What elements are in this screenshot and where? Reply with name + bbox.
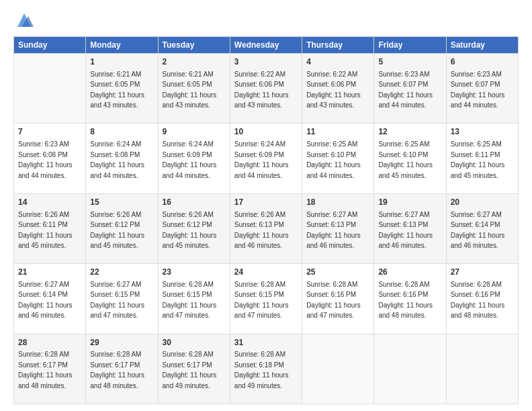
day-number: 27 <box>451 267 514 278</box>
day-info: Sunrise: 6:27 AM Sunset: 6:13 PM Dayligh… <box>378 211 433 250</box>
day-number: 5 <box>378 56 441 68</box>
day-number: 25 <box>306 267 369 278</box>
day-number: 22 <box>90 267 153 278</box>
day-info: Sunrise: 6:25 AM Sunset: 6:11 PM Dayligh… <box>451 140 505 179</box>
calendar-cell: 3Sunrise: 6:22 AM Sunset: 6:06 PM Daylig… <box>230 54 302 124</box>
calendar-cell: 14Sunrise: 6:26 AM Sunset: 6:11 PM Dayli… <box>14 193 86 263</box>
day-info: Sunrise: 6:28 AM Sunset: 6:16 PM Dayligh… <box>378 281 433 320</box>
day-info: Sunrise: 6:25 AM Sunset: 6:10 PM Dayligh… <box>306 140 361 179</box>
logo-icon <box>15 11 34 30</box>
calendar-cell: 6Sunrise: 6:23 AM Sunset: 6:07 PM Daylig… <box>446 54 518 124</box>
day-number: 15 <box>90 197 153 208</box>
day-info: Sunrise: 6:27 AM Sunset: 6:14 PM Dayligh… <box>451 211 505 250</box>
day-info: Sunrise: 6:26 AM Sunset: 6:11 PM Dayligh… <box>18 211 73 250</box>
calendar-cell: 1Sunrise: 6:21 AM Sunset: 6:05 PM Daylig… <box>86 54 158 124</box>
calendar-cell: 16Sunrise: 6:26 AM Sunset: 6:12 PM Dayli… <box>158 193 230 263</box>
calendar-cell: 31Sunrise: 6:28 AM Sunset: 6:18 PM Dayli… <box>230 334 302 404</box>
day-info: Sunrise: 6:26 AM Sunset: 6:12 PM Dayligh… <box>90 211 144 250</box>
day-number: 4 <box>306 56 369 68</box>
day-number: 31 <box>234 337 298 349</box>
page: SundayMondayTuesdayWednesdayThursdayFrid… <box>0 0 532 411</box>
calendar-cell <box>14 54 86 124</box>
calendar-cell: 9Sunrise: 6:24 AM Sunset: 6:09 PM Daylig… <box>158 124 230 193</box>
day-info: Sunrise: 6:23 AM Sunset: 6:07 PM Dayligh… <box>451 71 505 109</box>
calendar-cell: 28Sunrise: 6:28 AM Sunset: 6:17 PM Dayli… <box>14 334 86 404</box>
day-number: 14 <box>18 197 81 208</box>
col-header-friday: Friday <box>374 37 446 54</box>
day-info: Sunrise: 6:24 AM Sunset: 6:08 PM Dayligh… <box>90 140 144 179</box>
col-header-saturday: Saturday <box>446 37 518 54</box>
day-number: 20 <box>451 197 514 208</box>
day-info: Sunrise: 6:27 AM Sunset: 6:13 PM Dayligh… <box>306 211 361 250</box>
day-info: Sunrise: 6:27 AM Sunset: 6:14 PM Dayligh… <box>18 281 73 320</box>
week-row-1: 1Sunrise: 6:21 AM Sunset: 6:05 PM Daylig… <box>14 54 519 124</box>
week-row-5: 28Sunrise: 6:28 AM Sunset: 6:17 PM Dayli… <box>14 334 519 404</box>
day-number: 3 <box>234 56 298 68</box>
calendar-cell: 15Sunrise: 6:26 AM Sunset: 6:12 PM Dayli… <box>86 193 158 263</box>
day-number: 6 <box>451 56 514 68</box>
day-number: 13 <box>451 126 514 138</box>
day-info: Sunrise: 6:26 AM Sunset: 6:13 PM Dayligh… <box>234 211 289 250</box>
day-info: Sunrise: 6:28 AM Sunset: 6:18 PM Dayligh… <box>234 351 289 390</box>
calendar-cell: 7Sunrise: 6:23 AM Sunset: 6:08 PM Daylig… <box>14 124 86 193</box>
day-info: Sunrise: 6:24 AM Sunset: 6:09 PM Dayligh… <box>163 140 217 179</box>
day-info: Sunrise: 6:24 AM Sunset: 6:09 PM Dayligh… <box>234 140 289 179</box>
day-info: Sunrise: 6:21 AM Sunset: 6:05 PM Dayligh… <box>163 71 217 109</box>
day-number: 30 <box>163 337 226 349</box>
day-number: 26 <box>378 267 441 278</box>
calendar-cell: 30Sunrise: 6:28 AM Sunset: 6:17 PM Dayli… <box>158 334 230 404</box>
calendar-cell: 5Sunrise: 6:23 AM Sunset: 6:07 PM Daylig… <box>374 54 446 124</box>
col-header-wednesday: Wednesday <box>230 37 302 54</box>
day-number: 24 <box>234 267 298 278</box>
calendar-cell: 11Sunrise: 6:25 AM Sunset: 6:10 PM Dayli… <box>302 124 374 193</box>
day-info: Sunrise: 6:25 AM Sunset: 6:10 PM Dayligh… <box>378 140 433 179</box>
calendar-cell <box>446 334 518 404</box>
day-number: 18 <box>306 197 369 208</box>
calendar-cell: 20Sunrise: 6:27 AM Sunset: 6:14 PM Dayli… <box>446 193 518 263</box>
day-info: Sunrise: 6:28 AM Sunset: 6:15 PM Dayligh… <box>163 281 217 320</box>
calendar-cell: 26Sunrise: 6:28 AM Sunset: 6:16 PM Dayli… <box>374 264 446 334</box>
calendar-cell: 23Sunrise: 6:28 AM Sunset: 6:15 PM Dayli… <box>158 264 230 334</box>
day-info: Sunrise: 6:28 AM Sunset: 6:17 PM Dayligh… <box>163 351 217 390</box>
day-number: 1 <box>90 56 153 68</box>
header <box>13 11 519 30</box>
week-row-2: 7Sunrise: 6:23 AM Sunset: 6:08 PM Daylig… <box>14 124 519 193</box>
day-number: 12 <box>378 126 441 138</box>
day-number: 17 <box>234 197 298 208</box>
col-header-tuesday: Tuesday <box>158 37 230 54</box>
calendar-cell: 21Sunrise: 6:27 AM Sunset: 6:14 PM Dayli… <box>14 264 86 334</box>
calendar-cell: 19Sunrise: 6:27 AM Sunset: 6:13 PM Dayli… <box>374 193 446 263</box>
calendar-cell <box>302 334 374 404</box>
day-info: Sunrise: 6:28 AM Sunset: 6:17 PM Dayligh… <box>18 351 73 390</box>
day-number: 10 <box>234 126 298 138</box>
day-info: Sunrise: 6:21 AM Sunset: 6:05 PM Dayligh… <box>90 71 144 109</box>
calendar-table: SundayMondayTuesdayWednesdayThursdayFrid… <box>13 36 519 404</box>
day-info: Sunrise: 6:26 AM Sunset: 6:12 PM Dayligh… <box>163 211 217 250</box>
day-number: 9 <box>163 126 226 138</box>
day-info: Sunrise: 6:22 AM Sunset: 6:06 PM Dayligh… <box>306 71 361 109</box>
calendar-cell: 12Sunrise: 6:25 AM Sunset: 6:10 PM Dayli… <box>374 124 446 193</box>
day-info: Sunrise: 6:28 AM Sunset: 6:15 PM Dayligh… <box>234 281 289 320</box>
day-number: 16 <box>163 197 226 208</box>
calendar-cell <box>374 334 446 404</box>
day-number: 23 <box>163 267 226 278</box>
calendar-cell: 17Sunrise: 6:26 AM Sunset: 6:13 PM Dayli… <box>230 193 302 263</box>
day-info: Sunrise: 6:28 AM Sunset: 6:17 PM Dayligh… <box>90 351 144 390</box>
day-number: 8 <box>90 126 153 138</box>
day-number: 11 <box>306 126 369 138</box>
col-header-monday: Monday <box>86 37 158 54</box>
calendar-cell: 18Sunrise: 6:27 AM Sunset: 6:13 PM Dayli… <box>302 193 374 263</box>
day-number: 7 <box>18 126 81 138</box>
day-info: Sunrise: 6:28 AM Sunset: 6:16 PM Dayligh… <box>306 281 361 320</box>
calendar-cell: 25Sunrise: 6:28 AM Sunset: 6:16 PM Dayli… <box>302 264 374 334</box>
day-number: 21 <box>18 267 81 278</box>
calendar-cell: 8Sunrise: 6:24 AM Sunset: 6:08 PM Daylig… <box>86 124 158 193</box>
col-header-sunday: Sunday <box>14 37 86 54</box>
day-info: Sunrise: 6:27 AM Sunset: 6:15 PM Dayligh… <box>90 281 144 320</box>
calendar-cell: 2Sunrise: 6:21 AM Sunset: 6:05 PM Daylig… <box>158 54 230 124</box>
header-row: SundayMondayTuesdayWednesdayThursdayFrid… <box>14 37 519 54</box>
calendar-cell: 13Sunrise: 6:25 AM Sunset: 6:11 PM Dayli… <box>446 124 518 193</box>
logo <box>13 11 36 30</box>
day-info: Sunrise: 6:22 AM Sunset: 6:06 PM Dayligh… <box>234 71 289 109</box>
calendar-cell: 24Sunrise: 6:28 AM Sunset: 6:15 PM Dayli… <box>230 264 302 334</box>
